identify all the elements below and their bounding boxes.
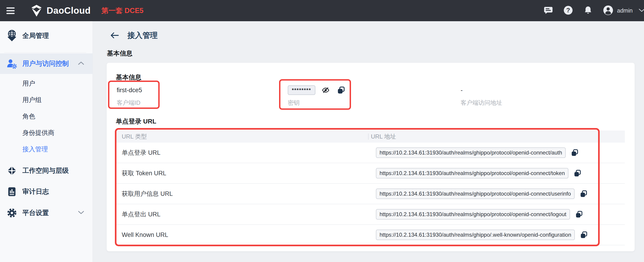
chevron-down-icon (78, 210, 85, 216)
client-id-label: 客户端ID (117, 99, 142, 107)
url-value: https://10.2.134.61:31930/auth/realms/gh… (376, 168, 568, 179)
url-value: https://10.2.134.61:31930/auth/realms/gh… (376, 209, 570, 220)
client-access-value: - (460, 87, 463, 94)
sso-url-table: URL 类型 URL 地址 单点登录 URL https://10.2.134.… (116, 131, 625, 245)
help-icon[interactable]: ? (563, 5, 573, 16)
chevron-up-icon (78, 61, 85, 66)
back-arrow-icon[interactable] (110, 31, 119, 39)
sidebar-item-global-management[interactable]: 全局管理 (0, 25, 92, 46)
section-label-basic-info: 基本信息 (107, 49, 132, 58)
url-value: https://10.2.134.61:31930/auth/realms/gh… (376, 147, 566, 158)
main-content: 接入管理 基本信息 基本信息 first-dce5 客户端ID ******** (93, 21, 644, 262)
copy-icon[interactable] (580, 190, 588, 198)
topbar: DaoCloud 第一套 DCE5 ? (0, 0, 644, 21)
table-row: 获取用户信息 URL https://10.2.134.61:31930/aut… (116, 184, 625, 204)
column-header-url-address: URL 地址 (368, 133, 396, 141)
client-access-field: - 客户端访问地址 (460, 85, 502, 107)
table-row: 获取 Token URL https://10.2.134.61:31930/a… (116, 163, 625, 184)
notification-bell-icon[interactable] (583, 5, 593, 16)
detail-card: 基本信息 first-dce5 客户端ID ******** (107, 63, 635, 251)
sidebar-item-workspace-hierarchy[interactable]: 工作空间与层级 (0, 160, 92, 181)
daocloud-logo-icon (30, 4, 43, 17)
user-gear-icon (6, 58, 17, 69)
column-divider (368, 134, 368, 140)
sidebar-group-user-access-control[interactable]: 用户与访问控制 (0, 53, 92, 74)
sidebar-item-label: 审计日志 (22, 187, 49, 196)
card-heading-basic-info: 基本信息 (116, 73, 141, 82)
sidebar-item-label: 工作空间与层级 (22, 166, 69, 175)
secret-masked-value: ******** (288, 85, 316, 95)
table-row: 单点登出 URL https://10.2.134.61:31930/auth/… (116, 204, 625, 225)
message-icon[interactable] (544, 5, 553, 16)
daocloud-logo: DaoCloud (30, 4, 91, 17)
client-id-value: first-dce5 (117, 87, 142, 94)
client-access-label: 客户端访问地址 (460, 99, 502, 107)
table-row: Well Known URL https://10.2.134.61:31930… (116, 225, 625, 245)
app-screen: DaoCloud 第一套 DCE5 ? (0, 0, 644, 262)
username[interactable]: admin (617, 0, 632, 21)
table-row: 单点登录 URL https://10.2.134.61:31930/auth/… (116, 143, 625, 163)
sidebar-item-audit-logs[interactable]: 审计日志 (0, 181, 92, 202)
secret-label: 密钥 (288, 99, 345, 107)
copy-icon[interactable] (337, 86, 345, 94)
sidebar: 全局管理 用户与访问控制 用户 用户组 角色 身份 (0, 21, 93, 262)
copy-icon[interactable] (571, 149, 579, 157)
url-value: https://10.2.134.61:31930/auth/realms/gh… (376, 230, 575, 240)
environment-title: 第一套 DCE5 (102, 0, 144, 21)
url-value: https://10.2.134.61:31930/auth/realms/gh… (376, 189, 574, 199)
sidebar-item-users[interactable]: 用户 (0, 75, 92, 92)
globe-icon (6, 29, 17, 42)
client-id-field: first-dce5 客户端ID (117, 85, 142, 107)
sidebar-item-label: 全局管理 (22, 31, 49, 40)
product-name: DaoCloud (46, 5, 91, 16)
column-header-url-type: URL 类型 (116, 133, 368, 141)
page-title: 接入管理 (128, 30, 158, 41)
menu-icon[interactable] (6, 6, 14, 15)
eye-slash-icon[interactable] (321, 86, 330, 94)
sidebar-divider (4, 52, 86, 53)
copy-icon[interactable] (575, 210, 583, 218)
copy-icon[interactable] (574, 169, 582, 177)
sidebar-item-access-management[interactable]: 接入管理 (0, 141, 92, 157)
sidebar-item-user-groups[interactable]: 用户组 (0, 92, 92, 108)
sidebar-item-identity-providers[interactable]: 身份提供商 (0, 125, 92, 141)
workspace-diamond-icon (6, 166, 17, 176)
sidebar-item-label: 平台设置 (22, 208, 49, 218)
card-heading-sso-url: 单点登录 URL (116, 117, 156, 126)
sidebar-group-label: 用户与访问控制 (22, 59, 69, 68)
secret-field: ******** 密钥 (288, 85, 345, 107)
table-header: URL 类型 URL 地址 (116, 131, 625, 143)
gear-icon (6, 208, 17, 218)
avatar-icon[interactable] (603, 5, 614, 16)
sidebar-item-roles[interactable]: 角色 (0, 108, 92, 125)
page-header: 接入管理 (110, 29, 158, 41)
copy-icon[interactable] (580, 231, 588, 239)
sidebar-item-platform-settings[interactable]: 平台设置 (0, 203, 92, 223)
user-menu-chevron-down-icon[interactable] (638, 8, 644, 13)
svg-text:?: ? (566, 6, 570, 14)
audit-chart-icon (6, 187, 17, 197)
